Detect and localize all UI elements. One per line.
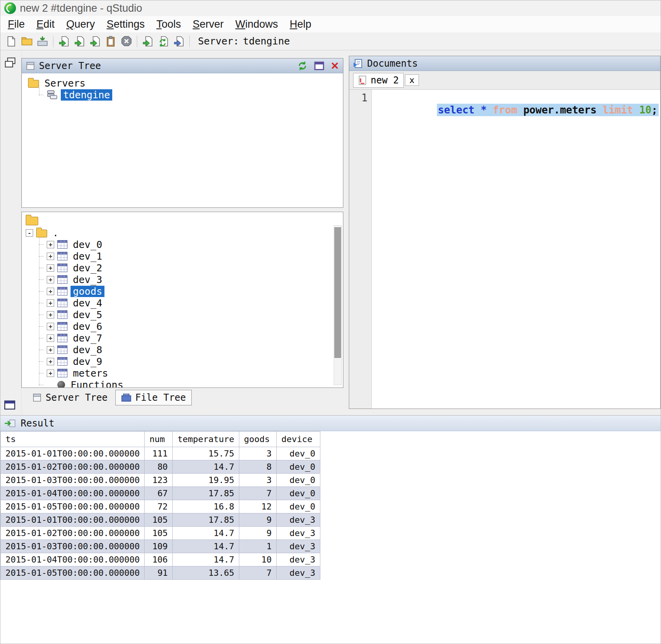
file-tree-item-functions[interactable]: Functions xyxy=(39,379,343,388)
result-icon xyxy=(4,419,16,428)
file-tree-item-goods[interactable]: +goods xyxy=(39,285,343,297)
expand-icon[interactable]: + xyxy=(47,323,54,330)
server-tree: Servers tdengine xyxy=(22,73,343,207)
result-row[interactable]: 2015-01-04T00:00:00.0000006717.857dev_0 xyxy=(1,487,320,500)
menu-item-settings[interactable]: Settings xyxy=(101,18,151,31)
menu-item-query[interactable]: Query xyxy=(60,18,101,31)
tab-server-tree[interactable]: Server Tree xyxy=(27,390,113,405)
run-statement-button[interactable] xyxy=(72,34,87,49)
save-icon xyxy=(37,36,48,46)
file-tree-item-dev_4[interactable]: +dev_4 xyxy=(39,297,343,309)
expand-icon[interactable]: + xyxy=(47,358,54,365)
expand-icon[interactable]: + xyxy=(47,299,54,307)
result-row[interactable]: 2015-01-01T00:00:00.00000011115.753dev_0 xyxy=(1,447,320,460)
table-name: dev_2 xyxy=(71,262,104,274)
collapse-icon[interactable]: - xyxy=(26,229,33,237)
result-cell: 13.65 xyxy=(173,566,239,580)
result-body: 2015-01-01T00:00:00.00000011115.753dev_0… xyxy=(1,447,320,580)
send-query-button[interactable] xyxy=(140,34,156,49)
server-value[interactable]: tdengine xyxy=(243,35,290,47)
tab-file-tree[interactable]: File Tree xyxy=(115,390,192,405)
new-file-icon xyxy=(6,36,16,47)
file-tree-item-dev_2[interactable]: +dev_2 xyxy=(39,262,343,274)
file-tree-item-dev_9[interactable]: +dev_9 xyxy=(39,356,343,367)
table-icon xyxy=(57,334,67,342)
file-tree-item-dev_7[interactable]: +dev_7 xyxy=(39,332,343,344)
result-row[interactable]: 2015-01-05T00:00:00.0000007216.812dev_0 xyxy=(1,500,320,513)
menu-item-tools[interactable]: Tools xyxy=(150,18,187,31)
result-column-device[interactable]: device xyxy=(277,432,320,447)
document-tab-close-button[interactable]: x xyxy=(405,74,419,86)
file-tree-item-dev_6[interactable]: +dev_6 xyxy=(39,320,343,332)
table-name: dev_3 xyxy=(71,274,104,285)
menu-item-edit[interactable]: Edit xyxy=(31,18,61,31)
result-column-num[interactable]: num xyxy=(145,432,173,447)
expand-icon[interactable]: + xyxy=(47,311,54,318)
refresh-button[interactable] xyxy=(156,34,171,49)
menu-item-windows[interactable]: Windows xyxy=(230,18,284,31)
expand-icon[interactable]: + xyxy=(47,264,54,272)
table-icon xyxy=(57,369,67,377)
open-icon xyxy=(21,36,33,46)
expand-icon[interactable]: + xyxy=(47,288,54,295)
panel-icon xyxy=(26,61,35,71)
result-column-ts[interactable]: ts xyxy=(1,432,145,447)
result-row[interactable]: 2015-01-04T00:00:00.00000010614.710dev_3 xyxy=(1,553,320,566)
tab-new-2[interactable]: new 2 xyxy=(353,73,404,88)
menu-item-server[interactable]: Server xyxy=(187,18,230,31)
result-cell: 17.85 xyxy=(173,487,239,500)
scrollbar-thumb[interactable] xyxy=(334,227,341,358)
close-panel-icon[interactable]: ✕ xyxy=(330,61,339,71)
server-tree-root[interactable]: Servers xyxy=(28,77,343,89)
result-row[interactable]: 2015-01-03T00:00:00.00000012319.953dev_0 xyxy=(1,474,320,487)
file-tree-item-dev_8[interactable]: +dev_8 xyxy=(39,344,343,356)
menu-item-file[interactable]: File xyxy=(2,18,31,31)
result-cell: 2015-01-05T00:00:00.000000 xyxy=(1,566,145,580)
save-button[interactable] xyxy=(35,34,50,49)
paste-button[interactable] xyxy=(103,34,118,49)
code-area[interactable]: select * from power.meters limit 10; xyxy=(372,90,660,409)
result-column-goods[interactable]: goods xyxy=(239,432,277,447)
result-row[interactable]: 2015-01-02T00:00:00.00000010514.79dev_3 xyxy=(1,527,320,540)
database-icon xyxy=(47,90,58,100)
file-tree-scrollbar[interactable] xyxy=(334,225,342,385)
expand-icon[interactable]: + xyxy=(47,241,54,248)
result-row[interactable]: 2015-01-05T00:00:00.0000009113.657dev_3 xyxy=(1,566,320,580)
new-file-button[interactable] xyxy=(4,34,19,49)
file-tree-item-dev_0[interactable]: +dev_0 xyxy=(39,239,343,250)
functions-label: Functions xyxy=(68,379,125,388)
file-tree-tab-icon xyxy=(121,393,131,402)
result-column-temperature[interactable]: temperature xyxy=(173,432,239,447)
expand-icon[interactable]: + xyxy=(47,370,54,377)
file-tree-item-dev_3[interactable]: +dev_3 xyxy=(39,274,343,285)
refresh-panel-icon[interactable] xyxy=(297,61,308,71)
menu-item-help[interactable]: Help xyxy=(284,18,317,31)
expand-icon[interactable]: + xyxy=(47,276,54,283)
server-tree-item-tdengine[interactable]: tdengine xyxy=(39,89,343,101)
result-cell: 14.7 xyxy=(173,553,239,566)
file-tree-item-dev_5[interactable]: +dev_5 xyxy=(39,309,343,320)
open-button[interactable] xyxy=(19,34,35,49)
file-tree-root[interactable]: - . xyxy=(26,227,343,239)
table-name: meters xyxy=(71,368,110,379)
expand-icon[interactable]: + xyxy=(47,253,54,260)
file-tree-parent-row[interactable] xyxy=(26,214,343,226)
file-tree-item-dev_1[interactable]: +dev_1 xyxy=(39,250,343,262)
restore-window-icon[interactable] xyxy=(314,62,324,70)
result-row[interactable]: 2015-01-03T00:00:00.00000010914.71dev_3 xyxy=(1,540,320,553)
result-row[interactable]: 2015-01-01T00:00:00.00000010517.859dev_3 xyxy=(1,513,320,527)
expand-icon[interactable]: + xyxy=(47,346,54,354)
export-button[interactable] xyxy=(171,34,187,49)
table-icon xyxy=(57,357,67,366)
run-file-button[interactable] xyxy=(87,34,103,49)
expand-icon[interactable]: + xyxy=(47,334,54,342)
file-tree-item-meters[interactable]: +meters xyxy=(39,367,343,379)
run-selection-button[interactable] xyxy=(56,34,72,49)
server-tree-tab-label: Server Tree xyxy=(46,392,108,403)
windows-stack-button[interactable] xyxy=(4,57,16,69)
minimized-panel-button[interactable] xyxy=(4,400,16,410)
stop-button[interactable] xyxy=(118,34,134,49)
result-row[interactable]: 2015-01-02T00:00:00.0000008014.78dev_0 xyxy=(1,460,320,474)
result-header: Result xyxy=(0,416,661,431)
result-title: Result xyxy=(21,418,55,429)
